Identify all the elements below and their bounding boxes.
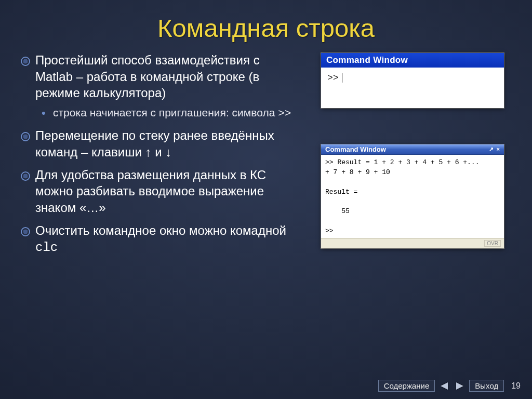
prompt-symbol: >> [278, 108, 291, 119]
contents-button[interactable]: Содержание [378, 380, 435, 392]
slide-footer: Содержание Выход 19 [378, 380, 521, 392]
bullet-2-text: Перемещение по стеку ранее введённых ком… [35, 128, 274, 159]
text-cursor-icon [342, 73, 342, 83]
images-column: Command Window >> Command Window ↗ × >> … [301, 52, 514, 262]
command-window-1-body: >> [321, 68, 504, 88]
sub-bullet-1: строка начинается с приглашения: символа… [35, 105, 298, 121]
bullet-1-text: Простейший способ взаимодействия с Matla… [35, 53, 260, 100]
command-window-2-body: >> Result = 1 + 2 + 3 + 4 + 5 + 6 +... +… [321, 155, 504, 238]
prev-slide-icon[interactable] [440, 381, 449, 391]
bullet-1: Простейший способ взаимодействия с Matla… [19, 52, 298, 121]
close-icon: × [497, 146, 500, 153]
bullet-3-text: Для удобства размещения данных в КС можн… [35, 168, 266, 215]
bullet-3: Для удобства размещения данных в КС можн… [19, 167, 298, 216]
undock-icon: ↗ [489, 146, 494, 153]
slide-title: Командная строка [0, 0, 532, 43]
bullet-2: Перемещение по стеку ранее введённых ком… [19, 127, 298, 160]
sub-bullet-list: строка начинается с приглашения: символа… [35, 105, 298, 121]
svg-marker-1 [456, 382, 463, 390]
text-column: Простейший способ взаимодействия с Matla… [0, 52, 301, 262]
clc-command: clc [35, 241, 58, 255]
ovr-indicator: OVR [484, 240, 501, 247]
bullet-list: Простейший способ взаимодействия с Matla… [19, 52, 298, 256]
command-window-2-buttons: ↗ × [489, 146, 500, 153]
exit-button[interactable]: Выход [469, 380, 504, 392]
slide-content: Простейший способ взаимодействия с Matla… [0, 43, 532, 262]
sub-bullet-text: строка начинается с приглашения: символа [53, 107, 278, 118]
svg-marker-0 [441, 382, 448, 390]
page-number: 19 [511, 381, 521, 391]
command-window-2-statusbar: OVR [321, 238, 504, 248]
command-window-2: Command Window ↗ × >> Result = 1 + 2 + 3… [321, 144, 504, 248]
command-window-2-title: Command Window [325, 145, 386, 153]
bullet-4: Очистить командное окно можно комадной c… [19, 222, 298, 256]
command-window-1: Command Window >> [321, 53, 504, 108]
command-window-2-titlebar: Command Window ↗ × [321, 144, 504, 155]
command-window-1-prompt: >> [327, 73, 339, 83]
next-slide-icon[interactable] [455, 381, 464, 391]
command-window-1-title: Command Window [321, 53, 504, 68]
bullet-4-text: Очистить командное окно можно комадной [35, 223, 286, 237]
